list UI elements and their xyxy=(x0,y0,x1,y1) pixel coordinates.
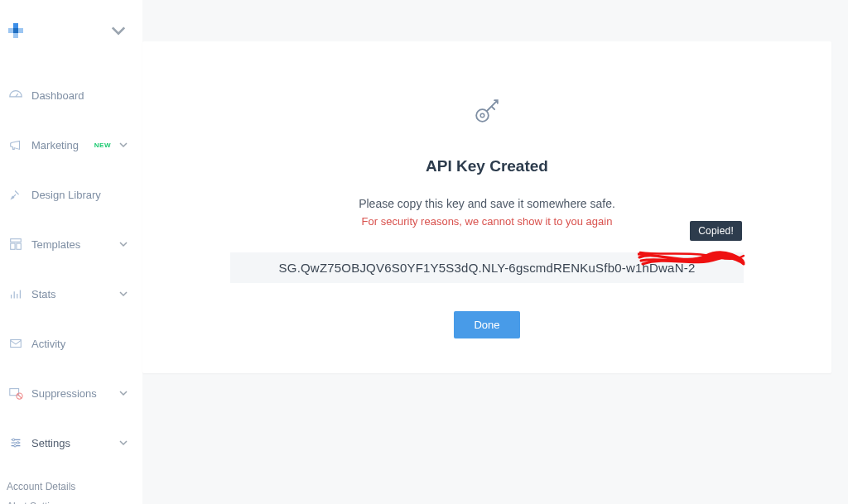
svg-point-12 xyxy=(17,442,19,444)
sidebar: Dashboard Marketing NEW Design Library T… xyxy=(0,0,142,504)
svg-rect-7 xyxy=(17,243,21,249)
sidebar-item-activity[interactable]: Activity xyxy=(0,326,142,361)
mail-icon xyxy=(8,336,23,351)
layout-icon xyxy=(8,237,23,252)
svg-rect-4 xyxy=(13,33,18,38)
sidebar-item-label: Activity xyxy=(31,338,128,350)
new-badge: NEW xyxy=(94,142,111,149)
logo-row xyxy=(0,23,142,41)
svg-rect-1 xyxy=(13,23,18,28)
sidebar-item-design-library[interactable]: Design Library xyxy=(0,177,142,212)
card-heading: API Key Created xyxy=(159,157,815,175)
done-button[interactable]: Done xyxy=(454,311,519,338)
copied-tooltip: Copied! xyxy=(690,221,742,241)
sidebar-item-label: Suppressions xyxy=(31,387,111,400)
svg-rect-2 xyxy=(13,28,18,33)
sidebar-item-suppressions[interactable]: Suppressions xyxy=(0,376,142,410)
api-key-value[interactable]: SG.QwZ75OBJQV6S0YF1Y5S3dQ.NLY-6gscmdRENK… xyxy=(230,252,744,283)
sidebar-item-label: Stats xyxy=(31,288,111,300)
svg-rect-3 xyxy=(18,28,23,33)
sidebar-item-label: Marketing xyxy=(31,139,84,151)
instruction-text: Please copy this key and save it somewhe… xyxy=(159,197,815,210)
sidebar-item-settings[interactable]: Settings xyxy=(0,425,142,460)
megaphone-icon xyxy=(8,137,23,152)
mail-block-icon xyxy=(8,386,23,401)
brand-logo-icon xyxy=(8,23,23,41)
svg-point-13 xyxy=(14,444,17,447)
sidebar-item-templates[interactable]: Templates xyxy=(0,227,142,262)
svg-rect-6 xyxy=(11,243,15,249)
sidebar-item-label: Templates xyxy=(31,238,111,251)
chevron-down-icon[interactable] xyxy=(111,23,126,41)
bar-chart-icon xyxy=(8,286,23,301)
chevron-down-icon xyxy=(119,139,128,151)
sidebar-item-marketing[interactable]: Marketing NEW xyxy=(0,127,142,162)
subnav-account-details[interactable]: Account Details xyxy=(7,477,142,497)
api-key-text: SG.QwZ75OBJQV6S0YF1Y5S3dQ.NLY-6gscmdRENK… xyxy=(279,261,696,275)
api-key-card: API Key Created Please copy this key and… xyxy=(142,41,831,373)
svg-rect-5 xyxy=(11,239,22,242)
svg-rect-8 xyxy=(11,340,22,348)
settings-subnav: Account Details Alert Settings API Keys … xyxy=(0,475,142,504)
sidebar-item-label: Settings xyxy=(31,437,111,449)
chevron-down-icon xyxy=(119,437,128,449)
chevron-down-icon xyxy=(119,238,128,251)
svg-rect-0 xyxy=(8,28,13,33)
subnav-alert-settings[interactable]: Alert Settings xyxy=(7,497,142,504)
chevron-down-icon xyxy=(119,288,128,300)
sidebar-item-label: Design Library xyxy=(31,189,128,201)
sidebar-item-dashboard[interactable]: Dashboard xyxy=(0,78,142,113)
sidebar-item-label: Dashboard xyxy=(31,89,128,102)
sidebar-item-stats[interactable]: Stats xyxy=(0,276,142,311)
svg-point-11 xyxy=(12,439,15,441)
key-icon xyxy=(159,93,815,132)
sliders-icon xyxy=(8,435,23,450)
tools-icon xyxy=(8,187,23,202)
gauge-icon xyxy=(8,88,23,103)
api-key-row: SG.QwZ75OBJQV6S0YF1Y5S3dQ.NLY-6gscmdRENK… xyxy=(159,252,815,283)
chevron-down-icon xyxy=(119,387,128,400)
svg-point-15 xyxy=(480,113,484,118)
main-content: API Key Created Please copy this key and… xyxy=(142,0,848,504)
